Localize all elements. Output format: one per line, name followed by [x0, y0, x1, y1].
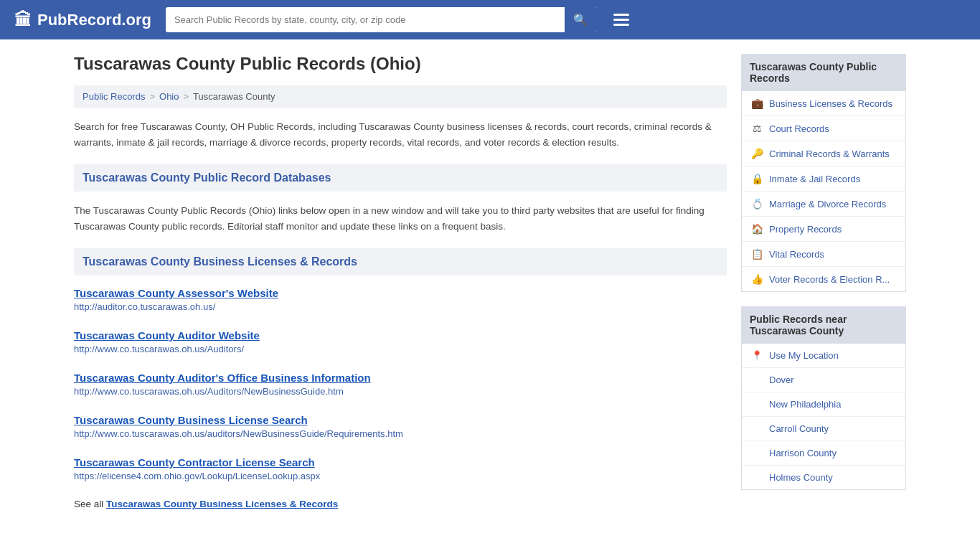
- nearby-label-2: New Philadelphia: [769, 399, 841, 410]
- sidebar-item-icon-2: 🔑: [750, 148, 763, 159]
- hamburger-line-2: [613, 19, 629, 21]
- nearby-item-5[interactable]: Holmes County: [742, 466, 905, 489]
- sidebar-item-label-0: Business Licenses & Records: [769, 98, 892, 109]
- breadcrumb: Public Records > Ohio > Tuscarawas Count…: [74, 85, 727, 108]
- sidebar-nearby-section: Public Records near Tuscarawas County 📍U…: [741, 306, 906, 490]
- db-section-header: Tuscarawas County Public Record Database…: [74, 164, 727, 192]
- sidebar: Tuscarawas County Public Records 💼Busine…: [741, 54, 906, 509]
- breadcrumb-sep-1: >: [149, 91, 155, 102]
- sidebar-item-icon-6: 📋: [750, 248, 763, 260]
- sidebar-item-5[interactable]: 🏠Property Records: [742, 217, 905, 242]
- sidebar-item-label-7: Voter Records & Election R...: [769, 274, 890, 285]
- see-all-text: See all Tuscarawas County Business Licen…: [74, 499, 727, 509]
- sidebar-item-label-2: Criminal Records & Warrants: [769, 149, 890, 159]
- sidebar-public-records-section: Tuscarawas County Public Records 💼Busine…: [741, 54, 906, 292]
- see-all-link[interactable]: Tuscarawas County Business Licenses & Re…: [106, 499, 338, 509]
- sidebar-item-label-4: Marriage & Divorce Records: [769, 199, 886, 209]
- sidebar-item-6[interactable]: 📋Vital Records: [742, 242, 905, 267]
- nearby-item-1[interactable]: Dover: [742, 368, 905, 392]
- sidebar-item-icon-4: 💍: [750, 198, 763, 209]
- search-bar: 🔍: [166, 7, 596, 32]
- record-url-2: http://www.co.tuscarawas.oh.us/Auditors/…: [74, 386, 727, 397]
- sidebar-item-label-5: Property Records: [769, 224, 842, 235]
- nearby-label-0: Use My Location: [769, 350, 839, 361]
- record-title-4[interactable]: Tuscarawas County Contractor License Sea…: [74, 456, 315, 468]
- db-section-desc: The Tuscarawas County Public Records (Oh…: [74, 203, 727, 234]
- sidebar-item-4[interactable]: 💍Marriage & Divorce Records: [742, 192, 905, 217]
- record-url-4: https://elicense4.com.ohio.gov/Lookup/Li…: [74, 471, 727, 481]
- site-logo[interactable]: 🏛 PubRecord.org: [14, 10, 151, 30]
- sidebar-item-icon-3: 🔒: [750, 173, 763, 184]
- sidebar-item-1[interactable]: ⚖Court Records: [742, 116, 905, 141]
- breadcrumb-current: Tuscarawas County: [193, 91, 275, 102]
- records-list: Tuscarawas County Assessor's Website htt…: [74, 287, 727, 486]
- sidebar-nearby-title: Public Records near Tuscarawas County: [741, 306, 906, 344]
- nearby-label-3: Carroll County: [769, 423, 829, 434]
- sidebar-public-records-title: Tuscarawas County Public Records: [741, 54, 906, 91]
- record-title-0[interactable]: Tuscarawas County Assessor's Website: [74, 287, 278, 299]
- sidebar-item-icon-5: 🏠: [750, 223, 763, 235]
- record-url-0: http://auditor.co.tuscarawas.oh.us/: [74, 301, 727, 312]
- hamburger-line-1: [613, 14, 629, 16]
- sidebar-item-label-3: Inmate & Jail Records: [769, 174, 860, 184]
- record-entry-1: Tuscarawas County Auditor Website http:/…: [74, 329, 727, 359]
- breadcrumb-sep-2: >: [184, 91, 189, 102]
- nearby-item-3[interactable]: Carroll County: [742, 417, 905, 441]
- record-entry-4: Tuscarawas County Contractor License Sea…: [74, 456, 727, 486]
- record-entry-3: Tuscarawas County Business License Searc…: [74, 414, 727, 443]
- sidebar-item-label-6: Vital Records: [769, 249, 824, 260]
- hamburger-menu-button[interactable]: [611, 11, 632, 29]
- biz-section-header: Tuscarawas County Business Licenses & Re…: [74, 248, 727, 276]
- sidebar-categories-list: 💼Business Licenses & Records⚖Court Recor…: [741, 91, 906, 292]
- main-container: Tuscarawas County Public Records (Ohio) …: [60, 39, 920, 524]
- nearby-label-5: Holmes County: [769, 472, 833, 483]
- sidebar-item-icon-1: ⚖: [750, 123, 763, 134]
- sidebar-item-0[interactable]: 💼Business Licenses & Records: [742, 91, 905, 116]
- sidebar-item-3[interactable]: 🔒Inmate & Jail Records: [742, 166, 905, 192]
- logo-text: PubRecord.org: [37, 11, 151, 29]
- record-title-1[interactable]: Tuscarawas County Auditor Website: [74, 329, 260, 342]
- intro-text: Search for free Tuscarawas County, OH Pu…: [74, 119, 727, 150]
- building-icon: 🏛: [14, 10, 32, 30]
- record-title-3[interactable]: Tuscarawas County Business License Searc…: [74, 414, 308, 426]
- nearby-item-2[interactable]: New Philadelphia: [742, 392, 905, 417]
- main-content: Tuscarawas County Public Records (Ohio) …: [74, 54, 727, 509]
- nearby-item-0[interactable]: 📍Use My Location: [742, 344, 905, 368]
- sidebar-item-label-1: Court Records: [769, 123, 829, 134]
- sidebar-item-icon-0: 💼: [750, 98, 763, 109]
- sidebar-item-7[interactable]: 👍Voter Records & Election R...: [742, 267, 905, 291]
- location-icon-0: 📍: [750, 350, 763, 361]
- search-input[interactable]: [166, 9, 565, 31]
- nearby-item-4[interactable]: Harrison County: [742, 441, 905, 466]
- record-url-1: http://www.co.tuscarawas.oh.us/Auditors/: [74, 344, 727, 354]
- record-url-3: http://www.co.tuscarawas.oh.us/auditors/…: [74, 428, 727, 439]
- page-title: Tuscarawas County Public Records (Ohio): [74, 54, 727, 74]
- nearby-label-4: Harrison County: [769, 448, 837, 458]
- record-title-2[interactable]: Tuscarawas County Auditor's Office Busin…: [74, 372, 371, 384]
- hamburger-line-3: [613, 24, 629, 26]
- breadcrumb-ohio[interactable]: Ohio: [159, 91, 179, 102]
- breadcrumb-public-records[interactable]: Public Records: [83, 91, 145, 102]
- sidebar-nearby-list: 📍Use My LocationDoverNew PhiladelphiaCar…: [741, 344, 906, 490]
- record-entry-2: Tuscarawas County Auditor's Office Busin…: [74, 372, 727, 401]
- sidebar-item-icon-7: 👍: [750, 273, 763, 285]
- record-entry-0: Tuscarawas County Assessor's Website htt…: [74, 287, 727, 316]
- search-button[interactable]: 🔍: [565, 7, 596, 32]
- nearby-label-1: Dover: [769, 375, 794, 385]
- site-header: 🏛 PubRecord.org 🔍: [0, 0, 980, 39]
- sidebar-item-2[interactable]: 🔑Criminal Records & Warrants: [742, 141, 905, 166]
